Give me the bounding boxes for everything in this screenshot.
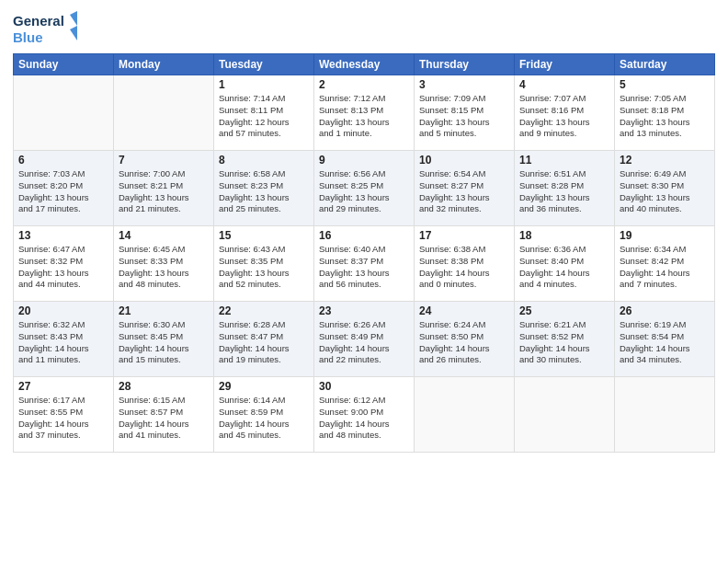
day-number: 20 bbox=[18, 304, 108, 317]
day-number: 9 bbox=[319, 154, 409, 167]
day-info: Sunrise: 6:34 AM Sunset: 8:42 PM Dayligh… bbox=[620, 244, 710, 291]
day-info: Sunrise: 6:36 AM Sunset: 8:40 PM Dayligh… bbox=[519, 244, 609, 291]
day-number: 8 bbox=[219, 154, 309, 167]
day-info: Sunrise: 6:28 AM Sunset: 8:47 PM Dayligh… bbox=[219, 319, 309, 366]
calendar-week-2: 6Sunrise: 7:03 AM Sunset: 8:20 PM Daylig… bbox=[14, 151, 715, 226]
day-info: Sunrise: 6:15 AM Sunset: 8:57 PM Dayligh… bbox=[119, 395, 209, 442]
day-number: 6 bbox=[18, 154, 108, 167]
calendar-cell: 24Sunrise: 6:24 AM Sunset: 8:50 PM Dayli… bbox=[415, 302, 515, 377]
day-info: Sunrise: 6:47 AM Sunset: 8:32 PM Dayligh… bbox=[18, 244, 108, 291]
calendar-cell: 14Sunrise: 6:45 AM Sunset: 8:33 PM Dayli… bbox=[114, 226, 214, 302]
calendar-cell: 15Sunrise: 6:43 AM Sunset: 8:35 PM Dayli… bbox=[214, 226, 314, 302]
day-number: 19 bbox=[620, 229, 710, 242]
day-info: Sunrise: 6:24 AM Sunset: 8:50 PM Dayligh… bbox=[419, 319, 509, 366]
calendar-cell bbox=[14, 75, 114, 151]
logo: General Blue bbox=[13, 9, 77, 48]
calendar-body: 1Sunrise: 7:14 AM Sunset: 8:11 PM Daylig… bbox=[14, 75, 715, 453]
day-number: 27 bbox=[18, 380, 108, 393]
day-info: Sunrise: 6:49 AM Sunset: 8:30 PM Dayligh… bbox=[620, 168, 710, 215]
day-info: Sunrise: 6:26 AM Sunset: 8:49 PM Dayligh… bbox=[319, 319, 409, 366]
day-number: 22 bbox=[219, 304, 309, 317]
calendar-cell bbox=[415, 377, 515, 453]
svg-marker-2 bbox=[70, 11, 77, 26]
calendar-cell: 22Sunrise: 6:28 AM Sunset: 8:47 PM Dayli… bbox=[214, 302, 314, 377]
calendar-cell: 23Sunrise: 6:26 AM Sunset: 8:49 PM Dayli… bbox=[314, 302, 415, 377]
calendar-cell: 26Sunrise: 6:19 AM Sunset: 8:54 PM Dayli… bbox=[615, 302, 715, 377]
day-number: 16 bbox=[319, 229, 409, 242]
calendar-cell: 17Sunrise: 6:38 AM Sunset: 8:38 PM Dayli… bbox=[415, 226, 515, 302]
calendar-cell: 29Sunrise: 6:14 AM Sunset: 8:59 PM Dayli… bbox=[214, 377, 314, 453]
day-info: Sunrise: 6:56 AM Sunset: 8:25 PM Dayligh… bbox=[319, 168, 409, 215]
calendar-week-4: 20Sunrise: 6:32 AM Sunset: 8:43 PM Dayli… bbox=[14, 302, 715, 377]
day-info: Sunrise: 6:45 AM Sunset: 8:33 PM Dayligh… bbox=[119, 244, 209, 291]
calendar-cell: 9Sunrise: 6:56 AM Sunset: 8:25 PM Daylig… bbox=[314, 151, 415, 226]
day-number: 15 bbox=[219, 229, 309, 242]
calendar-cell: 21Sunrise: 6:30 AM Sunset: 8:45 PM Dayli… bbox=[114, 302, 214, 377]
day-info: Sunrise: 6:12 AM Sunset: 9:00 PM Dayligh… bbox=[319, 395, 409, 442]
calendar-cell: 3Sunrise: 7:09 AM Sunset: 8:15 PM Daylig… bbox=[415, 75, 515, 151]
day-info: Sunrise: 7:07 AM Sunset: 8:16 PM Dayligh… bbox=[519, 93, 609, 140]
calendar-cell: 10Sunrise: 6:54 AM Sunset: 8:27 PM Dayli… bbox=[415, 151, 515, 226]
day-info: Sunrise: 6:38 AM Sunset: 8:38 PM Dayligh… bbox=[419, 244, 509, 291]
day-number: 3 bbox=[419, 78, 509, 91]
day-info: Sunrise: 7:09 AM Sunset: 8:15 PM Dayligh… bbox=[419, 93, 509, 140]
page-header: General Blue bbox=[13, 9, 715, 48]
day-info: Sunrise: 7:05 AM Sunset: 8:18 PM Dayligh… bbox=[620, 93, 710, 140]
weekday-thursday: Thursday bbox=[415, 54, 515, 75]
day-number: 30 bbox=[319, 380, 409, 393]
day-number: 1 bbox=[219, 78, 309, 91]
day-info: Sunrise: 7:00 AM Sunset: 8:21 PM Dayligh… bbox=[119, 168, 209, 215]
day-info: Sunrise: 7:14 AM Sunset: 8:11 PM Dayligh… bbox=[219, 93, 309, 140]
day-number: 23 bbox=[319, 304, 409, 317]
calendar-cell: 16Sunrise: 6:40 AM Sunset: 8:37 PM Dayli… bbox=[314, 226, 415, 302]
calendar-cell: 2Sunrise: 7:12 AM Sunset: 8:13 PM Daylig… bbox=[314, 75, 415, 151]
calendar-week-5: 27Sunrise: 6:17 AM Sunset: 8:55 PM Dayli… bbox=[14, 377, 715, 453]
day-info: Sunrise: 6:17 AM Sunset: 8:55 PM Dayligh… bbox=[18, 395, 108, 442]
weekday-friday: Friday bbox=[515, 54, 615, 75]
calendar-cell: 28Sunrise: 6:15 AM Sunset: 8:57 PM Dayli… bbox=[114, 377, 214, 453]
calendar-cell: 27Sunrise: 6:17 AM Sunset: 8:55 PM Dayli… bbox=[14, 377, 114, 453]
weekday-saturday: Saturday bbox=[615, 54, 715, 75]
day-number: 21 bbox=[119, 304, 209, 317]
calendar-cell: 8Sunrise: 6:58 AM Sunset: 8:23 PM Daylig… bbox=[214, 151, 314, 226]
day-info: Sunrise: 6:30 AM Sunset: 8:45 PM Dayligh… bbox=[119, 319, 209, 366]
day-number: 17 bbox=[419, 229, 509, 242]
day-info: Sunrise: 6:32 AM Sunset: 8:43 PM Dayligh… bbox=[18, 319, 108, 366]
day-number: 10 bbox=[419, 154, 509, 167]
calendar-cell: 19Sunrise: 6:34 AM Sunset: 8:42 PM Dayli… bbox=[615, 226, 715, 302]
calendar-cell: 12Sunrise: 6:49 AM Sunset: 8:30 PM Dayli… bbox=[615, 151, 715, 226]
day-info: Sunrise: 6:40 AM Sunset: 8:37 PM Dayligh… bbox=[319, 244, 409, 291]
calendar-cell bbox=[114, 75, 214, 151]
calendar-table: SundayMondayTuesdayWednesdayThursdayFrid… bbox=[13, 53, 715, 453]
day-number: 24 bbox=[419, 304, 509, 317]
day-number: 28 bbox=[119, 380, 209, 393]
day-info: Sunrise: 6:14 AM Sunset: 8:59 PM Dayligh… bbox=[219, 395, 309, 442]
day-info: Sunrise: 7:12 AM Sunset: 8:13 PM Dayligh… bbox=[319, 93, 409, 140]
calendar-cell: 25Sunrise: 6:21 AM Sunset: 8:52 PM Dayli… bbox=[515, 302, 615, 377]
calendar-cell bbox=[515, 377, 615, 453]
day-number: 12 bbox=[620, 154, 710, 167]
day-number: 14 bbox=[119, 229, 209, 242]
day-info: Sunrise: 6:58 AM Sunset: 8:23 PM Dayligh… bbox=[219, 168, 309, 215]
svg-marker-3 bbox=[70, 26, 77, 40]
calendar-cell: 30Sunrise: 6:12 AM Sunset: 9:00 PM Dayli… bbox=[314, 377, 415, 453]
calendar-cell: 18Sunrise: 6:36 AM Sunset: 8:40 PM Dayli… bbox=[515, 226, 615, 302]
weekday-header-row: SundayMondayTuesdayWednesdayThursdayFrid… bbox=[14, 54, 715, 75]
day-number: 13 bbox=[18, 229, 108, 242]
weekday-sunday: Sunday bbox=[14, 54, 114, 75]
calendar-cell: 11Sunrise: 6:51 AM Sunset: 8:28 PM Dayli… bbox=[515, 151, 615, 226]
calendar-cell bbox=[615, 377, 715, 453]
calendar-cell: 20Sunrise: 6:32 AM Sunset: 8:43 PM Dayli… bbox=[14, 302, 114, 377]
day-number: 11 bbox=[519, 154, 609, 167]
day-number: 4 bbox=[519, 78, 609, 91]
calendar-cell: 4Sunrise: 7:07 AM Sunset: 8:16 PM Daylig… bbox=[515, 75, 615, 151]
calendar-cell: 7Sunrise: 7:00 AM Sunset: 8:21 PM Daylig… bbox=[114, 151, 214, 226]
calendar-week-3: 13Sunrise: 6:47 AM Sunset: 8:32 PM Dayli… bbox=[14, 226, 715, 302]
day-number: 26 bbox=[620, 304, 710, 317]
calendar-week-1: 1Sunrise: 7:14 AM Sunset: 8:11 PM Daylig… bbox=[14, 75, 715, 151]
calendar-cell: 5Sunrise: 7:05 AM Sunset: 8:18 PM Daylig… bbox=[615, 75, 715, 151]
calendar-cell: 1Sunrise: 7:14 AM Sunset: 8:11 PM Daylig… bbox=[214, 75, 314, 151]
weekday-wednesday: Wednesday bbox=[314, 54, 415, 75]
day-info: Sunrise: 7:03 AM Sunset: 8:20 PM Dayligh… bbox=[18, 168, 108, 215]
day-number: 25 bbox=[519, 304, 609, 317]
